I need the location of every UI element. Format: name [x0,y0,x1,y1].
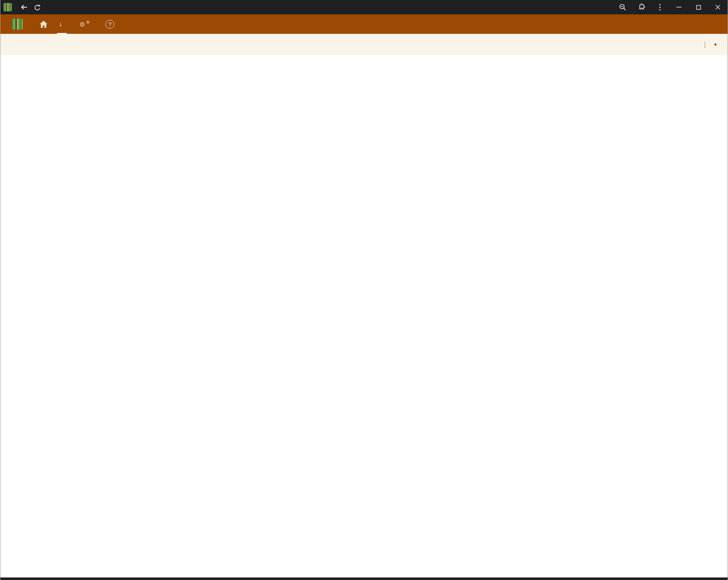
browser-titlebar [0,0,728,14]
content-area [0,55,728,132]
app-logo-icon [12,19,23,30]
close-button[interactable] [708,0,728,14]
home-icon[interactable] [39,20,48,28]
maximize-button[interactable] [689,0,708,14]
help-icon[interactable]: ? [105,20,114,29]
options-kebab-icon: ⋮ [701,41,708,49]
main-tabstrip: ⋮ ▾ [0,34,728,55]
down-arrow-icon: ↓ [59,20,62,28]
window-bottom-edge [0,577,728,580]
app-favicon [3,3,12,11]
extensions-icon[interactable] [632,1,651,14]
chevron-down-icon: ▾ [714,42,717,47]
back-icon[interactable] [18,1,30,14]
options-button[interactable]: ⋮ ▾ [701,34,728,55]
zoom-page-icon[interactable] [613,1,632,14]
app-header: ↓ ⚙⚙ ? [0,14,728,34]
nav-simulation[interactable]: ⚙⚙ [78,14,94,34]
gears-icon: ⚙ [80,21,85,27]
gear-small-icon: ⚙ [86,20,90,25]
app-brand [27,20,29,28]
reload-icon[interactable] [30,1,43,14]
minimize-button[interactable] [669,0,689,14]
nav-input-parameters[interactable]: ↓ [57,14,67,34]
browser-menu-icon[interactable] [651,1,669,14]
